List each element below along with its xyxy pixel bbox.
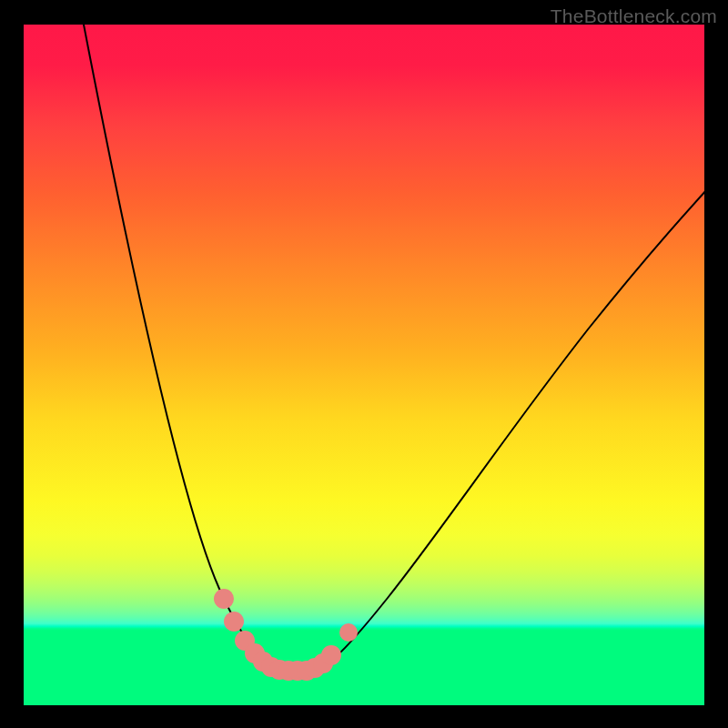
chart-svg (24, 25, 704, 705)
curve-right (319, 188, 708, 670)
data-marker (321, 645, 341, 665)
curve-left (83, 20, 271, 669)
data-marker (214, 589, 234, 609)
data-marker (339, 623, 358, 642)
data-marker (224, 612, 244, 632)
marker-group (214, 589, 358, 681)
